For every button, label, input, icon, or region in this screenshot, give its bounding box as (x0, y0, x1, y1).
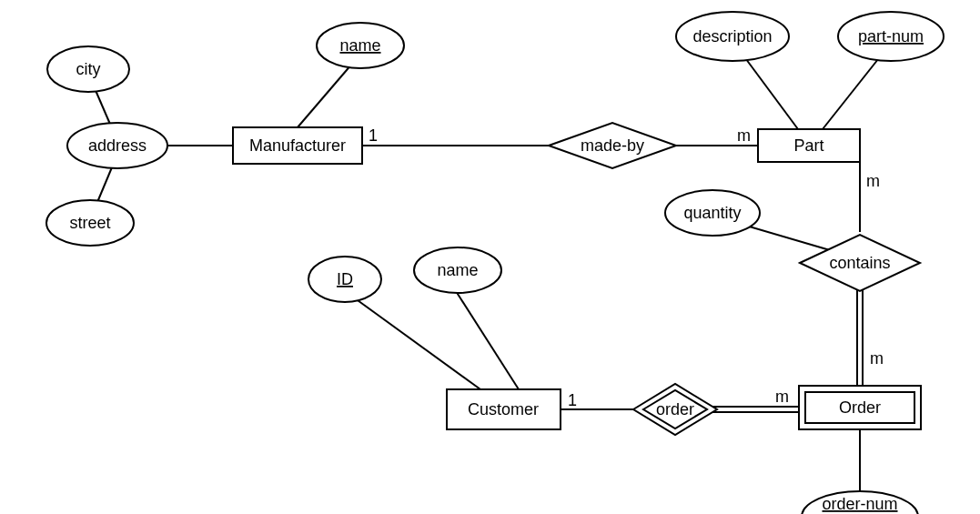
card-order-orderrel: m (775, 388, 789, 406)
attr-cust-id-label: ID (337, 270, 353, 288)
entity-customer-label: Customer (468, 400, 539, 418)
card-part-contains: m (866, 172, 880, 190)
edge-id-customer (351, 296, 480, 389)
edge-description-part (741, 52, 798, 129)
rel-made-by-label: made-by (581, 136, 644, 155)
edge-custname-customer (456, 291, 519, 389)
edge-name-manufacturer (298, 64, 352, 127)
card-part-madeby: m (737, 126, 751, 145)
entity-order-label: Order (839, 398, 881, 417)
entity-manufacturer-label: Manufacturer (249, 136, 346, 155)
attr-description-label: description (692, 27, 772, 45)
card-manufacturer-madeby: 1 (369, 126, 378, 145)
edge-quantity-contains (746, 226, 830, 250)
card-customer-orderrel: 1 (568, 391, 577, 409)
er-diagram: 1 m m m 1 m city address street name des… (0, 0, 980, 514)
attr-cust-name-label: name (437, 261, 478, 279)
attr-part-num-label: part-num (858, 27, 924, 45)
attr-city-label: city (76, 60, 101, 78)
edge-partnum-part (823, 55, 882, 129)
attr-order-num-label: order-num (822, 495, 897, 513)
attr-address-label: address (88, 136, 146, 155)
attr-mfr-name-label: name (339, 36, 380, 55)
attr-quantity-label: quantity (683, 204, 741, 222)
entity-part-label: Part (793, 136, 823, 155)
rel-order-label: order (656, 400, 694, 418)
attr-street-label: street (69, 214, 110, 232)
rel-contains-label: contains (829, 254, 890, 272)
card-order-contains: m (870, 349, 884, 368)
